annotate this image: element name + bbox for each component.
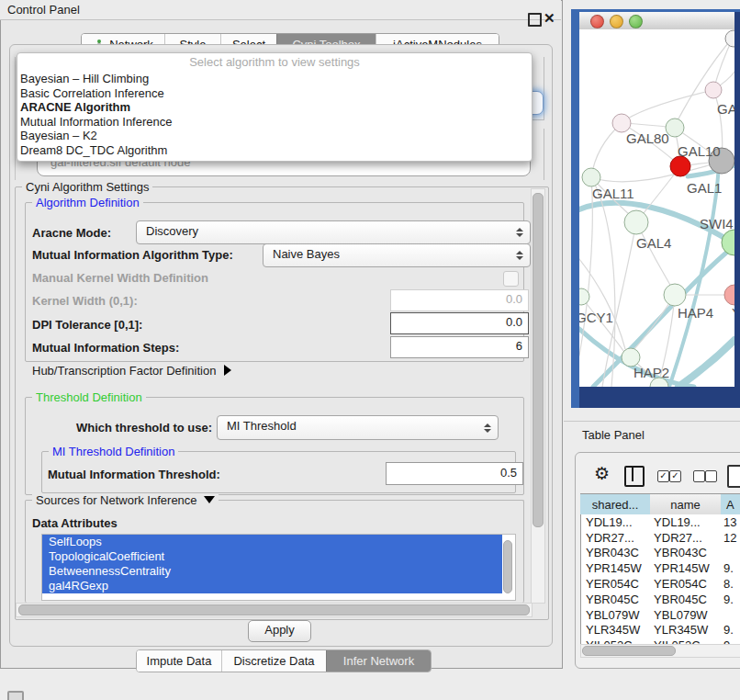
- attributes-list-scrollbar[interactable]: [503, 540, 512, 593]
- data-attribute-item[interactable]: BetweennessCentrality: [42, 564, 502, 579]
- column-header-name[interactable]: name: [650, 493, 722, 515]
- table-row[interactable]: YDR27...YDR27...12: [581, 530, 740, 546]
- deselect-all-checks-icon[interactable]: [693, 470, 705, 482]
- aracne-mode-combo[interactable]: Discovery: [136, 220, 531, 244]
- select-all-checks-icon[interactable]: ✓: [669, 470, 681, 482]
- settings-hscrollbar-thumb[interactable]: [18, 604, 530, 615]
- network-window-titlebar[interactable]: [579, 12, 734, 30]
- which-threshold-combo[interactable]: MI Threshold: [217, 415, 499, 440]
- mi-steps-label: Mutual Information Steps:: [32, 341, 179, 355]
- select-all-checks-icon[interactable]: ✓: [657, 470, 669, 482]
- data-attributes-list[interactable]: SelfLoopsTopologicalCoefficientBetweenne…: [41, 534, 516, 601]
- kernel-width-label: Kernel Width (0,1):: [32, 294, 138, 308]
- node-label: GAL: [717, 101, 734, 117]
- settings-vscrollbar-thumb[interactable]: [533, 193, 544, 527]
- table-cell: YLR345W: [581, 623, 649, 637]
- tab-infer-network[interactable]: Infer Network: [326, 650, 431, 672]
- table-row[interactable]: YER054CYER054C8.: [581, 576, 740, 592]
- table-row[interactable]: YIL052CYIL052C9.: [581, 638, 740, 644]
- algorithm-popup-item[interactable]: Basic Correlation Inference: [17, 86, 532, 101]
- close-traffic-light[interactable]: [590, 15, 604, 28]
- network-node-y[interactable]: [724, 285, 734, 305]
- table-panel-title: Table Panel: [582, 428, 645, 442]
- table-row[interactable]: YLR345WYLR345W9.: [581, 623, 740, 638]
- network-node-gal1[interactable]: [670, 156, 690, 176]
- node-label: GCY1: [579, 310, 613, 325]
- table-cell: YPR145W: [649, 561, 718, 575]
- export-table-icon[interactable]: [727, 465, 740, 488]
- algorithm-popup-item[interactable]: ARACNE Algorithm: [17, 100, 532, 115]
- table-row[interactable]: YBR045CYBR045C9.: [581, 592, 740, 607]
- combo-stepper-icon: [516, 251, 523, 260]
- control-panel-titlebar: Control Panel: [0, 0, 561, 20]
- data-attribute-item[interactable]: gal4RGexp: [42, 579, 502, 593]
- mi-type-combo[interactable]: Naive Bayes: [263, 243, 531, 267]
- data-attribute-item[interactable]: TopologicalCoefficient: [42, 549, 502, 564]
- deselect-all-checks-icon[interactable]: [705, 470, 717, 482]
- table-row[interactable]: YBR043CYBR043C: [581, 546, 740, 561]
- mi-threshold-group-title: MI Threshold Definition: [49, 445, 178, 458]
- table-cell: YBR045C: [581, 593, 649, 606]
- algorithm-popup-item[interactable]: Mutual Information Inference: [17, 115, 532, 130]
- column-header-clipped[interactable]: A: [721, 493, 740, 515]
- network-node-hap4[interactable]: [664, 284, 686, 306]
- group-border-fragment: [544, 129, 544, 180]
- dpi-tolerance-label: DPI Tolerance [0,1]:: [32, 318, 142, 332]
- network-node-hap2[interactable]: [622, 348, 640, 367]
- apply-button[interactable]: Apply: [248, 620, 311, 642]
- zoom-traffic-light[interactable]: [629, 15, 643, 28]
- gear-icon[interactable]: ⚙: [594, 463, 610, 484]
- kernel-width-field[interactable]: 0.0: [390, 289, 529, 311]
- network-node-gal4[interactable]: [624, 210, 648, 234]
- table-hscrollbar-thumb[interactable]: [582, 646, 676, 656]
- sources-group-title[interactable]: Sources for Network Inference: [32, 493, 219, 507]
- tab-discretize-data[interactable]: Discretize Data: [221, 650, 326, 672]
- expand-right-icon: [224, 365, 231, 376]
- column-layout-icon[interactable]: [624, 466, 645, 487]
- table-cell: YPR145W: [581, 561, 649, 575]
- node-label: GAL11: [592, 186, 634, 201]
- table-cell: YDL19...: [581, 515, 649, 529]
- mi-steps-field[interactable]: 6: [390, 336, 529, 358]
- network-canvas[interactable]: GALGAL80GAL10GAL1GAL11SWI4GAL4HAP4YGCY1H…: [579, 29, 734, 387]
- algorithm-popup-item[interactable]: Bayesian – K2: [17, 129, 532, 143]
- network-node-gal11[interactable]: [582, 168, 600, 186]
- table-cell: YER054C: [581, 577, 649, 591]
- collapse-down-icon: [204, 496, 215, 503]
- node-label: GAL4: [636, 235, 671, 251]
- minimize-traffic-light[interactable]: [610, 15, 623, 28]
- table-row[interactable]: YDL19...YDL19...13: [581, 514, 740, 530]
- algorithm-popup-prompt: Select algorithm to view settings: [17, 55, 532, 72]
- node-label: GAL1: [687, 180, 722, 196]
- table-cell: 13: [718, 515, 740, 529]
- node-label: GAL10: [678, 143, 721, 159]
- column-header-shared-name[interactable]: shared...: [580, 493, 651, 515]
- aracne-mode-label: Aracne Mode:: [32, 226, 111, 240]
- table-cell: 9.: [718, 623, 740, 637]
- data-attribute-item[interactable]: SelfLoops: [42, 535, 502, 549]
- dpi-tolerance-field[interactable]: 0.0: [390, 312, 529, 334]
- algorithm-popup-item[interactable]: Dream8 DC_TDC Algorithm: [17, 143, 532, 158]
- mi-threshold-field[interactable]: 0.5: [386, 462, 523, 485]
- network-node-gal7[interactable]: [705, 82, 722, 98]
- group-border-fragment: [544, 57, 544, 120]
- minimized-panel-icon[interactable]: [7, 691, 24, 700]
- table-panel-separator: [564, 421, 740, 422]
- table-row[interactable]: YBL079WYBL079W: [581, 607, 740, 623]
- mi-threshold-label: Mutual Information Threshold:: [48, 468, 220, 481]
- network-view-frame[interactable]: GALGAL80GAL10GAL1GAL11SWI4GAL4HAP4YGCY1H…: [571, 9, 740, 408]
- hub-definition-toggle[interactable]: Hub/Transcription Factor Definition: [32, 364, 231, 378]
- close-panel-icon[interactable]: ✕: [544, 10, 555, 27]
- network-node-swi4[interactable]: [722, 230, 734, 255]
- table-cell: 8.: [718, 577, 740, 591]
- algorithm-popup-item[interactable]: Bayesian – Hill Climbing: [17, 72, 532, 86]
- network-edge: [622, 90, 713, 123]
- manual-kernel-checkbox[interactable]: [503, 271, 519, 287]
- network-node-gal80[interactable]: [612, 114, 631, 132]
- mi-type-label: Mutual Information Algorithm Type:: [32, 248, 233, 262]
- node-table[interactable]: YDL19...YDL19...13YDR27...YDR27...12YBR0…: [580, 514, 740, 644]
- table-row[interactable]: YPR145WYPR145W9.: [581, 560, 740, 576]
- tab-impute-data[interactable]: Impute Data: [137, 650, 221, 672]
- float-panel-icon[interactable]: [528, 13, 542, 27]
- table-cell: 9.: [718, 561, 740, 575]
